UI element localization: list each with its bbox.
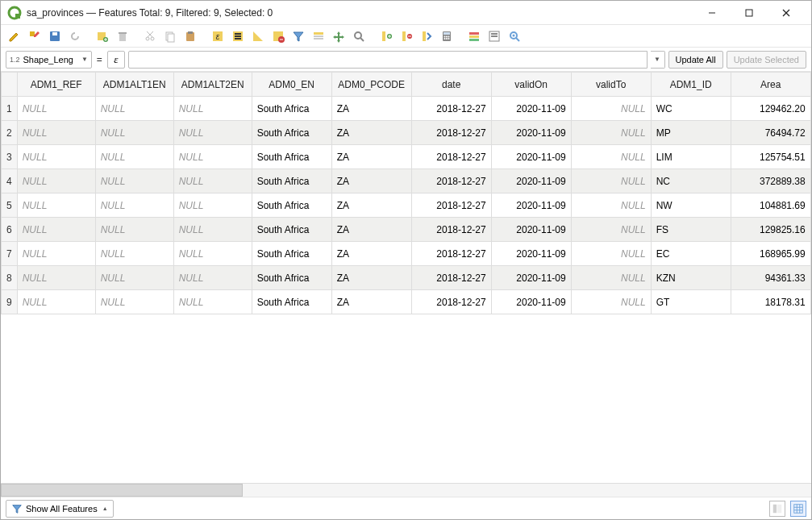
cell[interactable]: NULL (95, 290, 173, 314)
row-number-cell[interactable]: 9 (2, 290, 18, 314)
cell[interactable]: South Africa (252, 97, 331, 121)
pan-to-selected-icon[interactable] (330, 27, 348, 45)
cell[interactable]: NULL (95, 218, 173, 242)
add-feature-icon[interactable] (94, 27, 111, 45)
scrollbar-thumb[interactable] (1, 484, 243, 497)
cell[interactable]: NULL (95, 145, 173, 169)
cell[interactable]: NULL (95, 242, 173, 266)
move-to-top-icon[interactable] (310, 27, 327, 45)
cell[interactable]: NULL (17, 290, 95, 314)
column-header[interactable]: ADM1_REF (17, 73, 95, 97)
show-features-filter-button[interactable]: Show All Features ▲ (6, 500, 114, 518)
update-all-button[interactable]: Update All (668, 51, 723, 69)
cell[interactable]: South Africa (252, 121, 331, 145)
cell[interactable]: NULL (17, 97, 95, 121)
delete-column-icon[interactable] (398, 27, 415, 45)
column-header[interactable]: Area (731, 73, 810, 97)
column-header[interactable]: ADM1_ID (651, 73, 731, 97)
row-number-cell[interactable]: 8 (2, 266, 18, 290)
cell[interactable]: NULL (571, 290, 651, 314)
cell[interactable]: NULL (173, 97, 252, 121)
row-number-cell[interactable]: 4 (2, 169, 18, 193)
cell[interactable]: South Africa (252, 218, 331, 242)
column-header[interactable]: ADM0_EN (252, 73, 331, 97)
cell[interactable]: 2020-11-09 (491, 266, 571, 290)
cell[interactable]: ZA (331, 193, 411, 218)
cut-icon[interactable] (141, 27, 159, 45)
cell[interactable]: 168965.99 (731, 242, 810, 266)
cell[interactable]: NULL (173, 169, 252, 193)
column-header[interactable]: validTo (571, 73, 651, 97)
cell[interactable]: NULL (571, 145, 651, 169)
cell[interactable]: NULL (95, 169, 173, 193)
cell[interactable]: 372889.38 (731, 169, 810, 193)
select-all-icon[interactable] (229, 27, 247, 45)
cell[interactable]: 2020-11-09 (491, 97, 571, 121)
cell[interactable]: 2018-12-27 (411, 266, 491, 290)
cell[interactable]: ZA (331, 266, 411, 290)
cell[interactable]: NULL (17, 242, 95, 266)
cell[interactable]: 125754.51 (731, 145, 810, 169)
conditional-format-icon[interactable] (465, 27, 483, 45)
zoom-to-selected-icon[interactable] (350, 27, 368, 45)
table-row[interactable]: 3NULLNULLNULLSouth AfricaZA2018-12-27202… (2, 145, 811, 169)
horizontal-scrollbar[interactable] (1, 483, 811, 497)
cell[interactable]: ZA (331, 218, 411, 242)
table-row[interactable]: 5NULLNULLNULLSouth AfricaZA2018-12-27202… (2, 193, 811, 218)
cell[interactable]: NULL (571, 218, 651, 242)
row-number-cell[interactable]: 5 (2, 193, 18, 218)
cell[interactable]: NULL (571, 193, 651, 218)
cell[interactable]: NULL (571, 169, 651, 193)
cell[interactable]: South Africa (252, 266, 331, 290)
cell[interactable]: 2018-12-27 (411, 121, 491, 145)
cell[interactable]: NULL (571, 266, 651, 290)
cell[interactable]: NULL (173, 218, 252, 242)
cell[interactable]: 2018-12-27 (411, 145, 491, 169)
cell[interactable]: KZN (651, 266, 731, 290)
cell[interactable]: ZA (331, 145, 411, 169)
cell[interactable]: 129462.20 (731, 97, 810, 121)
row-number-cell[interactable]: 1 (2, 97, 18, 121)
cell[interactable]: South Africa (252, 169, 331, 193)
cell[interactable]: South Africa (252, 242, 331, 266)
cell[interactable]: 104881.69 (731, 193, 810, 218)
cell[interactable]: 129825.16 (731, 218, 810, 242)
cell[interactable]: NULL (173, 266, 252, 290)
cell[interactable]: ZA (331, 97, 411, 121)
column-header[interactable]: validOn (491, 73, 571, 97)
row-number-cell[interactable]: 3 (2, 145, 18, 169)
dock-icon[interactable] (506, 27, 523, 45)
cell[interactable]: NULL (571, 121, 651, 145)
table-row[interactable]: 9NULLNULLNULLSouth AfricaZA2018-12-27202… (2, 290, 811, 314)
expression-input[interactable] (128, 51, 648, 69)
row-number-cell[interactable]: 6 (2, 218, 18, 242)
deselect-all-icon[interactable] (269, 27, 287, 45)
cell[interactable]: ZA (331, 242, 411, 266)
table-row[interactable]: 8NULLNULLNULLSouth AfricaZA2018-12-27202… (2, 266, 811, 290)
cell[interactable]: 2018-12-27 (411, 97, 491, 121)
cell[interactable]: NULL (17, 169, 95, 193)
cell[interactable]: NULL (173, 121, 252, 145)
cell[interactable]: NULL (95, 121, 173, 145)
actions-icon[interactable] (485, 27, 503, 45)
new-column-icon[interactable] (377, 27, 395, 45)
invert-selection-icon[interactable] (249, 27, 267, 45)
cell[interactable]: South Africa (252, 290, 331, 314)
cell[interactable]: NULL (17, 193, 95, 218)
table-row[interactable]: 6NULLNULLNULLSouth AfricaZA2018-12-27202… (2, 218, 811, 242)
cell[interactable]: NULL (173, 145, 252, 169)
cell[interactable]: South Africa (252, 193, 331, 218)
cell[interactable]: NULL (17, 266, 95, 290)
cell[interactable]: FS (651, 218, 731, 242)
select-expression-icon[interactable]: ε (209, 27, 227, 45)
rename-column-icon[interactable] (418, 27, 435, 45)
table-view-button[interactable] (790, 501, 806, 517)
cell[interactable]: NULL (95, 266, 173, 290)
cell[interactable]: NULL (571, 242, 651, 266)
cell[interactable]: 94361.33 (731, 266, 810, 290)
expression-history-dropdown[interactable]: ▼ (651, 51, 665, 69)
cell[interactable]: ZA (331, 169, 411, 193)
table-row[interactable]: 7NULLNULLNULLSouth AfricaZA2018-12-27202… (2, 242, 811, 266)
cell[interactable]: 2020-11-09 (491, 242, 571, 266)
cell[interactable]: 2018-12-27 (411, 193, 491, 218)
